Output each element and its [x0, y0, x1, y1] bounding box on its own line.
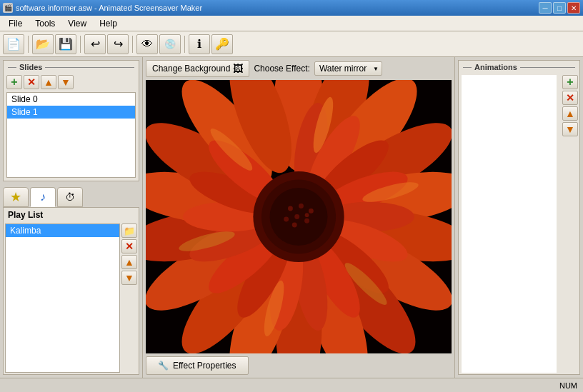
sep4 [184, 36, 185, 53]
slides-down-button[interactable]: ▼ [58, 75, 74, 89]
tabs-area: ★ ♪ ⏱ [0, 184, 142, 207]
slide-item-1[interactable]: Slide 1 [7, 106, 135, 119]
main-toolbar: 📄 📂 💾 ↩ ↪ 👁 💿 ℹ 🔑 [0, 31, 583, 57]
playlist-up-button[interactable]: ▲ [121, 255, 137, 269]
change-bg-label: Change Background [152, 64, 230, 74]
effect-properties-label: Effect Properties [173, 361, 236, 371]
effect-properties-button[interactable]: 🔧 Effect Properties [146, 356, 249, 375]
left-panel: Slides + ✕ ▲ ▼ Slide 0 Slide 1 ★ ♪ ⏱ Pla… [0, 57, 143, 378]
animations-section: Animations + ✕ ▲ ▼ [458, 60, 580, 375]
svg-point-47 [304, 218, 309, 223]
redo-button[interactable]: ↪ [107, 34, 129, 54]
status-bar: NUM [0, 378, 583, 392]
menu-view[interactable]: View [62, 17, 92, 30]
svg-point-51 [305, 213, 309, 217]
change-background-button[interactable]: Change Background 🖼 [146, 60, 249, 77]
svg-point-44 [288, 206, 293, 211]
playlist-side-buttons: 📁 ✕ ▲ ▼ [121, 223, 137, 373]
svg-point-49 [284, 217, 289, 222]
center-toolbar: Change Background 🖼 Choose Effect: Water… [146, 60, 452, 77]
export-button[interactable]: 💿 [159, 34, 181, 54]
animations-list [462, 75, 557, 373]
minimize-button[interactable]: ─ [539, 2, 552, 14]
tab-clock[interactable]: ⏱ [57, 187, 83, 207]
menu-help[interactable]: Help [94, 17, 123, 30]
playlist-add-folder-button[interactable]: 📁 [121, 223, 137, 238]
menu-file[interactable]: File [3, 17, 28, 30]
effect-select[interactable]: Water mirror Fade Slide Zoom Rotate [314, 61, 382, 76]
slides-section: Slides + ✕ ▲ ▼ Slide 0 Slide 1 [3, 60, 139, 181]
svg-point-45 [299, 203, 304, 208]
image-icon: 🖼 [233, 63, 243, 74]
svg-point-48 [292, 223, 297, 228]
playlist-list: Kalimba [5, 223, 120, 373]
slides-up-button[interactable]: ▲ [41, 75, 56, 89]
playlist-header: Play List [4, 208, 139, 222]
animations-header: Animations [459, 61, 579, 74]
window-title: software.informer.asw - Animated Screens… [16, 4, 202, 12]
slide-item-0[interactable]: Slide 0 [7, 93, 135, 106]
effect-select-wrapper[interactable]: Water mirror Fade Slide Zoom Rotate [314, 61, 382, 76]
slides-toolbar: + ✕ ▲ ▼ [4, 74, 139, 91]
tab-star[interactable]: ★ [3, 187, 29, 207]
sep3 [132, 36, 133, 53]
undo-button[interactable]: ↩ [84, 34, 106, 54]
animations-content: + ✕ ▲ ▼ [459, 74, 579, 374]
new-button[interactable]: 📄 [3, 34, 24, 54]
preview-image [146, 80, 452, 353]
menu-bar: File Tools View Help [0, 16, 583, 31]
anim-add-button[interactable]: + [562, 75, 578, 89]
anim-up-button[interactable]: ▲ [562, 106, 578, 121]
app-icon: 🎬 [3, 3, 13, 13]
key-button[interactable]: 🔑 [211, 34, 233, 54]
right-panel: Animations + ✕ ▲ ▼ [454, 57, 583, 378]
slides-remove-button[interactable]: ✕ [24, 75, 39, 89]
center-panel: Change Background 🖼 Choose Effect: Water… [143, 57, 454, 378]
playlist-down-button[interactable]: ▼ [121, 271, 137, 285]
slides-add-button[interactable]: + [6, 75, 22, 89]
save-button[interactable]: 💾 [55, 34, 76, 54]
playlist-section: Play List Kalimba 📁 ✕ ▲ ▼ [3, 207, 139, 375]
slides-header: Slides [4, 61, 139, 74]
anim-remove-button[interactable]: ✕ [562, 91, 578, 105]
playlist-remove-button[interactable]: ✕ [121, 239, 137, 253]
svg-point-50 [294, 214, 299, 219]
anim-down-button[interactable]: ▼ [562, 122, 578, 136]
preview-button[interactable]: 👁 [136, 34, 158, 54]
open-button[interactable]: 📂 [32, 34, 54, 54]
num-label: NUM [559, 381, 577, 390]
wrench-icon: 🔧 [158, 361, 169, 371]
choose-effect-label: Choose Effect: [254, 64, 310, 74]
sep2 [80, 36, 81, 53]
maximize-button[interactable]: □ [553, 2, 566, 14]
title-bar: 🎬 software.informer.asw - Animated Scree… [0, 0, 583, 16]
playlist-content: Kalimba 📁 ✕ ▲ ▼ [4, 222, 139, 374]
preview-area [146, 80, 452, 353]
menu-tools[interactable]: Tools [29, 17, 61, 30]
sep1 [28, 36, 29, 53]
close-button[interactable]: ✕ [567, 2, 580, 14]
tab-music[interactable]: ♪ [30, 187, 56, 207]
slides-list: Slide 0 Slide 1 [6, 92, 136, 178]
svg-point-46 [309, 208, 314, 213]
playlist-item-kalimba[interactable]: Kalimba [6, 224, 119, 237]
main-area: Slides + ✕ ▲ ▼ Slide 0 Slide 1 ★ ♪ ⏱ Pla… [0, 57, 583, 378]
animations-side-buttons: + ✕ ▲ ▼ [561, 74, 579, 374]
info-button[interactable]: ℹ [189, 34, 210, 54]
